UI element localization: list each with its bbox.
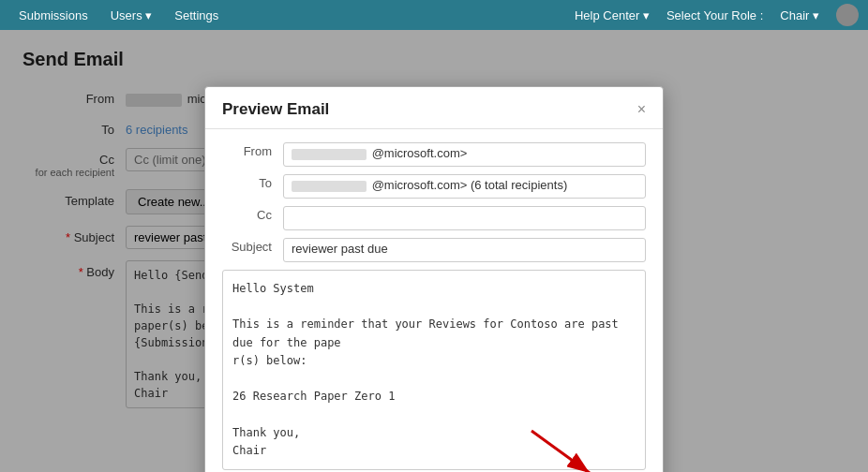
modal-overlay: Preview Email × From @microsoft.com> To … [0,30,868,472]
role-caret-icon: ▾ [813,8,819,22]
modal-cc-value [283,206,646,230]
send-email-page: Send Email From microsoft.com To 6 recip… [0,30,868,472]
modal-to-row: To @microsoft.com> (6 total recipients) [222,174,646,199]
modal-to-value: @microsoft.com> (6 total recipients) [283,174,646,199]
modal-title: Preview Email [222,100,329,119]
modal-cc-label: Cc [222,206,283,222]
nav-left: Submissions Users ▾ Settings [9,5,228,26]
modal-to-label: To [222,174,283,190]
nav-role-selector[interactable]: Chair ▾ [771,5,829,26]
modal-from-row: From @microsoft.com> [222,142,646,167]
modal-body: From @microsoft.com> To @microsoft.com> … [205,129,663,472]
nav-right: Help Center ▾ Select Your Role : Chair ▾ [565,4,859,26]
avatar[interactable] [836,4,859,26]
nav-submissions[interactable]: Submissions [9,5,97,26]
nav-users[interactable]: Users ▾ [101,5,162,26]
modal-subject-row: Subject reviewer past due [222,238,646,262]
modal-subject-label: Subject [222,238,283,254]
modal-subject-value: reviewer past due [283,238,646,262]
close-icon[interactable]: × [637,102,646,117]
modal-cc-row: Cc [222,206,646,230]
modal-header: Preview Email × [205,87,663,129]
topnav: Submissions Users ▾ Settings Help Center… [0,0,868,30]
preview-email-modal: Preview Email × From @microsoft.com> To … [204,86,664,472]
modal-from-value: @microsoft.com> [283,142,646,167]
modal-body-text: Hello System This is a reminder that you… [222,270,646,470]
nav-role-label: Select Your Role : [666,8,763,22]
users-caret-icon: ▾ [145,8,152,22]
modal-from-label: From [222,142,283,158]
help-caret-icon: ▾ [643,8,650,22]
nav-settings[interactable]: Settings [165,5,228,26]
nav-help-center[interactable]: Help Center ▾ [565,5,659,26]
